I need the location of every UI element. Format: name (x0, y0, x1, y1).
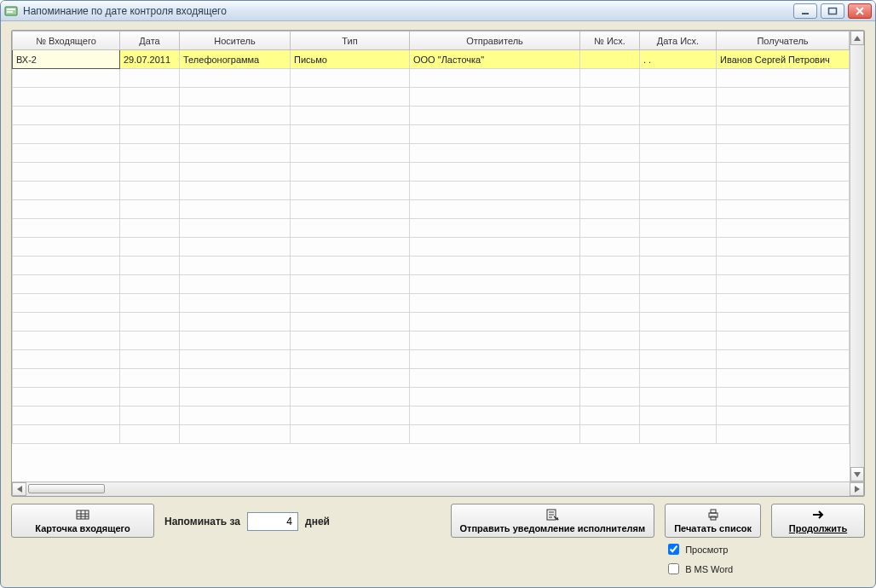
empty-cell[interactable] (640, 294, 717, 313)
vertical-scrollbar[interactable] (850, 31, 864, 481)
empty-cell[interactable] (410, 144, 580, 163)
empty-cell[interactable] (120, 313, 180, 331)
horizontal-scrollbar[interactable] (12, 481, 864, 496)
empty-cell[interactable] (410, 294, 580, 313)
table-row[interactable] (13, 219, 850, 238)
empty-cell[interactable] (410, 369, 580, 388)
empty-cell[interactable] (291, 144, 410, 163)
empty-cell[interactable] (717, 406, 850, 425)
col-header-outno[interactable]: № Исх. (580, 32, 640, 50)
empty-cell[interactable] (13, 425, 120, 444)
empty-cell[interactable] (580, 219, 640, 238)
scroll-left-icon[interactable] (12, 482, 26, 496)
empty-cell[interactable] (717, 275, 850, 294)
empty-cell[interactable] (580, 69, 640, 88)
empty-cell[interactable] (180, 313, 291, 331)
table-row[interactable] (13, 200, 850, 219)
scroll-down-icon[interactable] (850, 467, 864, 481)
empty-cell[interactable] (410, 182, 580, 200)
empty-cell[interactable] (717, 369, 850, 388)
vscroll-track[interactable] (850, 45, 864, 467)
empty-cell[interactable] (640, 350, 717, 369)
empty-cell[interactable] (291, 350, 410, 369)
table-row[interactable] (13, 125, 850, 144)
empty-cell[interactable] (291, 331, 410, 350)
table-row[interactable] (13, 275, 850, 294)
table-row[interactable] (13, 294, 850, 313)
empty-cell[interactable] (717, 313, 850, 331)
cell-out_no[interactable] (580, 50, 640, 69)
empty-cell[interactable] (13, 163, 120, 182)
empty-cell[interactable] (640, 144, 717, 163)
empty-cell[interactable] (291, 219, 410, 238)
empty-cell[interactable] (120, 182, 180, 200)
empty-cell[interactable] (120, 369, 180, 388)
empty-cell[interactable] (13, 69, 120, 88)
empty-cell[interactable] (120, 88, 180, 107)
empty-cell[interactable] (410, 107, 580, 125)
table-row[interactable] (13, 107, 850, 125)
empty-cell[interactable] (717, 144, 850, 163)
empty-cell[interactable] (13, 107, 120, 125)
empty-cell[interactable] (717, 125, 850, 144)
empty-cell[interactable] (180, 294, 291, 313)
empty-cell[interactable] (120, 388, 180, 406)
cell-carrier[interactable]: Телефонограмма (180, 50, 291, 69)
empty-cell[interactable] (120, 69, 180, 88)
empty-cell[interactable] (13, 219, 120, 238)
empty-cell[interactable] (120, 125, 180, 144)
preview-checkbox-input[interactable] (668, 544, 679, 555)
empty-cell[interactable] (291, 163, 410, 182)
incoming-card-button[interactable]: Карточка входящего (11, 504, 154, 538)
empty-cell[interactable] (291, 69, 410, 88)
empty-cell[interactable] (410, 425, 580, 444)
empty-cell[interactable] (180, 369, 291, 388)
table-row[interactable] (13, 350, 850, 369)
empty-cell[interactable] (13, 182, 120, 200)
empty-cell[interactable] (717, 69, 850, 88)
cell-type[interactable]: Письмо (291, 50, 410, 69)
empty-cell[interactable] (410, 257, 580, 275)
empty-cell[interactable] (410, 163, 580, 182)
send-notification-button[interactable]: Отправить уведомление исполнителям (451, 504, 655, 538)
empty-cell[interactable] (580, 369, 640, 388)
table-row[interactable] (13, 144, 850, 163)
empty-cell[interactable] (291, 125, 410, 144)
empty-cell[interactable] (180, 219, 291, 238)
empty-cell[interactable] (180, 144, 291, 163)
empty-cell[interactable] (580, 331, 640, 350)
empty-cell[interactable] (180, 125, 291, 144)
msword-checkbox-input[interactable] (668, 563, 679, 574)
empty-cell[interactable] (291, 294, 410, 313)
maximize-button[interactable] (821, 3, 844, 19)
empty-cell[interactable] (717, 107, 850, 125)
cell-sender[interactable]: ООО "Ласточка" (410, 50, 580, 69)
empty-cell[interactable] (13, 238, 120, 257)
empty-cell[interactable] (120, 425, 180, 444)
empty-cell[interactable] (180, 88, 291, 107)
empty-cell[interactable] (717, 350, 850, 369)
empty-cell[interactable] (13, 350, 120, 369)
empty-cell[interactable] (580, 125, 640, 144)
empty-cell[interactable] (410, 125, 580, 144)
empty-cell[interactable] (410, 388, 580, 406)
empty-cell[interactable] (717, 257, 850, 275)
empty-cell[interactable] (580, 163, 640, 182)
table-row[interactable] (13, 182, 850, 200)
empty-cell[interactable] (410, 350, 580, 369)
empty-cell[interactable] (120, 406, 180, 425)
empty-cell[interactable] (120, 107, 180, 125)
empty-cell[interactable] (640, 107, 717, 125)
empty-cell[interactable] (13, 406, 120, 425)
empty-cell[interactable] (291, 406, 410, 425)
table-row[interactable] (13, 388, 850, 406)
empty-cell[interactable] (120, 163, 180, 182)
empty-cell[interactable] (580, 350, 640, 369)
empty-cell[interactable] (640, 238, 717, 257)
empty-cell[interactable] (640, 182, 717, 200)
empty-cell[interactable] (640, 219, 717, 238)
empty-cell[interactable] (120, 257, 180, 275)
empty-cell[interactable] (180, 69, 291, 88)
empty-cell[interactable] (640, 425, 717, 444)
empty-cell[interactable] (13, 144, 120, 163)
